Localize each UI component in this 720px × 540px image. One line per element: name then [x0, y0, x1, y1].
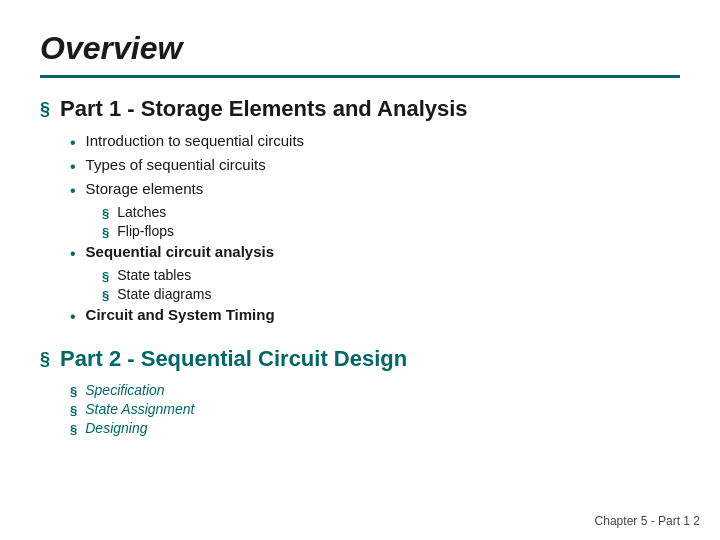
- list-item: • Storage elements: [70, 180, 680, 200]
- sub-bullet: §: [102, 206, 109, 221]
- sub-item: § State diagrams: [102, 286, 680, 303]
- sub-bullet: §: [70, 403, 77, 418]
- section2-header: § Part 2 - Sequential Circuit Design: [40, 346, 680, 372]
- slide: Overview § Part 1 - Storage Elements and…: [0, 0, 720, 540]
- section1-header: § Part 1 - Storage Elements and Analysis: [40, 96, 680, 122]
- text-sequential: Sequential circuit analysis: [86, 243, 274, 260]
- bullet-storage: •: [70, 182, 76, 200]
- section2-title: Part 2 - Sequential Circuit Design: [60, 346, 407, 372]
- section1: § Part 1 - Storage Elements and Analysis…: [40, 96, 680, 326]
- sub-item: § Designing: [70, 420, 680, 437]
- text-circuit: Circuit and System Timing: [86, 306, 275, 323]
- list-item: • Types of sequential circuits: [70, 156, 680, 176]
- sub-item: § Flip-flops: [102, 223, 680, 240]
- text-intro: Introduction to sequential circuits: [86, 132, 304, 149]
- divider: [40, 75, 680, 78]
- sub-items-sequential: § State tables § State diagrams: [70, 267, 680, 303]
- sub-text-state-diagrams: State diagrams: [117, 286, 211, 302]
- sub-bullet: §: [102, 269, 109, 284]
- section1-bullet: §: [40, 99, 50, 120]
- sub-bullet: §: [70, 384, 77, 399]
- bullet-intro: •: [70, 134, 76, 152]
- sub-bullet: §: [102, 288, 109, 303]
- section2: § Part 2 - Sequential Circuit Design § S…: [40, 346, 680, 437]
- sub-text-state-tables: State tables: [117, 267, 191, 283]
- sub-items-storage: § Latches § Flip-flops: [70, 204, 680, 240]
- sub-item: § Latches: [102, 204, 680, 221]
- sub-item: § State Assignment: [70, 401, 680, 418]
- section1-content: • Introduction to sequential circuits • …: [40, 132, 680, 326]
- sub-item: § State tables: [102, 267, 680, 284]
- list-item: • Introduction to sequential circuits: [70, 132, 680, 152]
- text-storage: Storage elements: [86, 180, 204, 197]
- sub-text-assignment: State Assignment: [85, 401, 194, 417]
- list-item: • Sequential circuit analysis: [70, 243, 680, 263]
- sub-bullet: §: [102, 225, 109, 240]
- sub-items-section2: § Specification § State Assignment § Des…: [40, 382, 680, 437]
- section2-bullet: §: [40, 349, 50, 370]
- footer: Chapter 5 - Part 1 2: [595, 514, 700, 528]
- bullet-types: •: [70, 158, 76, 176]
- bullet-circuit: •: [70, 308, 76, 326]
- sub-item: § Specification: [70, 382, 680, 399]
- sub-text-designing: Designing: [85, 420, 147, 436]
- sub-bullet: §: [70, 422, 77, 437]
- sub-text-latches: Latches: [117, 204, 166, 220]
- sub-text-flipflops: Flip-flops: [117, 223, 174, 239]
- bullet-sequential: •: [70, 245, 76, 263]
- section1-title: Part 1 - Storage Elements and Analysis: [60, 96, 468, 122]
- list-item: • Circuit and System Timing: [70, 306, 680, 326]
- sub-text-spec: Specification: [85, 382, 164, 398]
- text-types: Types of sequential circuits: [86, 156, 266, 173]
- slide-title: Overview: [40, 30, 680, 67]
